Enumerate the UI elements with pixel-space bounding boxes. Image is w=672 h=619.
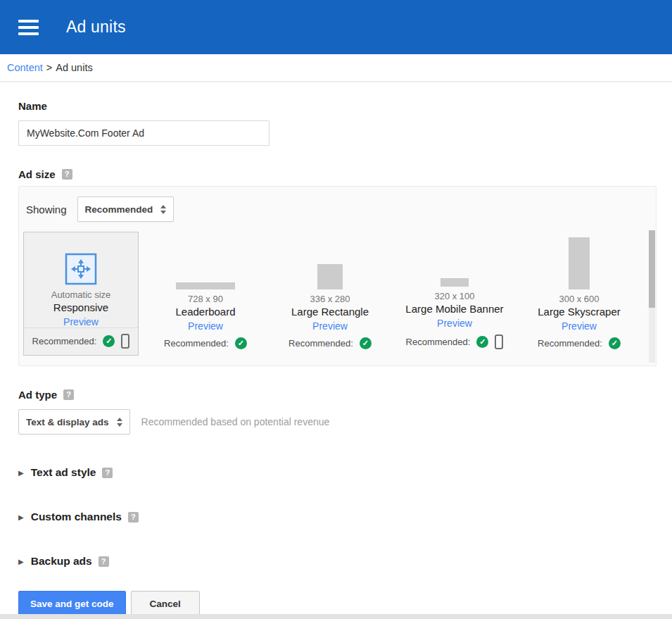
breadcrumb-link-content[interactable]: Content: [7, 62, 43, 73]
cancel-button[interactable]: Cancel: [131, 591, 200, 616]
ad-unit-name-input[interactable]: [18, 120, 270, 146]
backup-ads-help-icon[interactable]: ?: [99, 556, 109, 567]
ad-size-help-icon[interactable]: ?: [62, 169, 72, 180]
mobile-icon: [121, 334, 129, 349]
ad-size-dimensions: Automatic size: [51, 289, 111, 300]
ad-type-label: Ad type: [18, 389, 57, 401]
name-label: Name: [18, 100, 655, 112]
recommended-label: Recommended:: [538, 338, 602, 349]
mobile-banner-shape: [440, 278, 469, 287]
section-label: Text ad style: [31, 466, 96, 479]
preview-link[interactable]: Preview: [437, 318, 472, 329]
menu-icon[interactable]: [18, 20, 39, 35]
ad-type-dropdown[interactable]: Text & display ads: [18, 409, 130, 434]
size-filter-dropdown[interactable]: Recommended: [77, 196, 175, 222]
ad-size-dimensions: 728 x 90: [188, 294, 223, 304]
ad-size-name: Large Rectangle: [291, 306, 369, 318]
ad-size-card-leaderboard[interactable]: 728 x 90 Leaderboard Preview Recommended…: [148, 232, 263, 356]
chevron-right-icon: ▶: [18, 513, 24, 521]
ad-size-card-large-skyscraper[interactable]: 300 x 600 Large Skyscraper Preview Recom…: [521, 232, 637, 356]
breadcrumb-separator: >: [46, 62, 52, 73]
preview-link[interactable]: Preview: [312, 320, 348, 332]
size-filter-value: Recommended: [85, 204, 153, 215]
scrollbar-track: [649, 230, 655, 363]
responsive-size-icon: [65, 253, 97, 285]
ad-size-card-responsive[interactable]: Automatic size Responsive Preview Recomm…: [23, 232, 139, 356]
ad-size-name: Large Mobile Banner: [405, 303, 503, 315]
check-icon: ✓: [235, 337, 247, 349]
ad-size-dimensions: 320 x 100: [434, 291, 474, 301]
check-icon: ✓: [103, 335, 115, 347]
ad-size-label: Ad size: [18, 168, 56, 180]
recommended-label: Recommended:: [406, 337, 471, 347]
ad-size-name: Leaderboard: [175, 306, 235, 318]
ad-size-panel: Showing Recommended: [18, 186, 657, 366]
section-backup-ads[interactable]: ▶ Backup ads ?: [18, 555, 655, 568]
ad-size-name: Large Skyscraper: [538, 306, 621, 318]
ad-size-card-list: Automatic size Responsive Preview Recomm…: [19, 232, 656, 365]
ad-size-card-large-mobile-banner[interactable]: 320 x 100 Large Mobile Banner Preview Re…: [397, 232, 512, 356]
dropdown-arrows-icon: [117, 418, 122, 427]
ad-size-dimensions: 336 x 280: [310, 294, 350, 304]
preview-link[interactable]: Preview: [562, 320, 597, 332]
chevron-right-icon: ▶: [18, 469, 24, 477]
ad-type-hint: Recommended based on potential revenue: [141, 416, 330, 427]
check-icon: ✓: [609, 337, 621, 349]
preview-link[interactable]: Preview: [188, 320, 223, 332]
check-icon: ✓: [360, 337, 372, 349]
ad-type-value: Text & display ads: [26, 417, 109, 427]
dropdown-arrows-icon: [160, 205, 166, 214]
section-label: Backup ads: [31, 555, 92, 568]
main-content: Name Ad size ? Showing Recommended: [0, 82, 672, 616]
ad-size-name: Responsive: [53, 301, 108, 313]
showing-label: Showing: [26, 204, 67, 215]
text-ad-style-help-icon[interactable]: ?: [102, 468, 113, 478]
save-and-get-code-button[interactable]: Save and get code: [18, 591, 126, 616]
preview-link[interactable]: Preview: [63, 316, 99, 327]
leaderboard-shape: [176, 282, 235, 289]
section-custom-channels[interactable]: ▶ Custom channels ?: [18, 511, 655, 523]
skyscraper-shape: [569, 237, 590, 289]
scrollbar-thumb[interactable]: [649, 230, 655, 308]
section-text-ad-style[interactable]: ▶ Text ad style ?: [18, 466, 655, 479]
ad-type-help-icon[interactable]: ?: [63, 389, 74, 400]
recommended-label: Recommended:: [289, 338, 353, 349]
page-bottom-edge: [0, 614, 672, 619]
ad-size-card-large-rectangle[interactable]: 336 x 280 Large Rectangle Preview Recomm…: [272, 232, 388, 356]
breadcrumb: Content > Ad units: [0, 54, 672, 82]
check-icon: ✓: [476, 336, 488, 348]
page-title: Ad units: [66, 18, 126, 37]
app-header: Ad units: [0, 0, 672, 54]
recommended-label: Recommended:: [32, 336, 97, 346]
custom-channels-help-icon[interactable]: ?: [128, 512, 139, 523]
ad-size-dimensions: 300 x 600: [559, 294, 599, 304]
chevron-right-icon: ▶: [18, 558, 24, 565]
recommended-label: Recommended:: [164, 338, 229, 349]
breadcrumb-current: Ad units: [56, 62, 92, 73]
large-rectangle-shape: [317, 264, 343, 289]
section-label: Custom channels: [31, 511, 122, 523]
mobile-icon: [495, 334, 503, 349]
